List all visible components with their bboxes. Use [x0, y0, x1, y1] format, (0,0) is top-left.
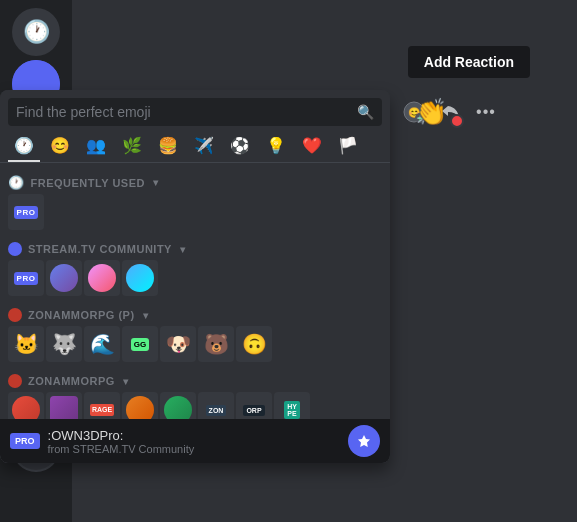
section-stream-tv-icon — [8, 242, 22, 256]
emoji-gg[interactable]: GG — [122, 326, 158, 362]
rage-badge: RAGE — [90, 404, 114, 416]
face-3-icon: 🙃 — [242, 332, 267, 356]
face-2-icon: 🐻 — [204, 332, 229, 356]
tooltip-star-icon — [356, 433, 372, 449]
tooltip-pro-badge: PRO — [10, 433, 40, 449]
section-zonammorpg-label: ZONAMMORPG — [28, 375, 115, 387]
section-frequently-used-chevron: ▾ — [153, 177, 159, 188]
cat-tab-flags[interactable]: 🏳️ — [332, 130, 364, 162]
emoji-pro-frequent[interactable]: PRO — [8, 194, 44, 230]
cat-tab-nature[interactable]: 🌿 — [116, 130, 148, 162]
zon-badge: ZON — [206, 405, 227, 416]
tooltip-source: from STREAM.TV Community — [48, 443, 195, 455]
stream-tv-row: PRO — [8, 260, 382, 296]
section-frequently-used-label: FREQUENTLY USED — [31, 177, 145, 189]
sidebar-item-clock[interactable]: 🕐 — [12, 8, 60, 56]
tooltip-text-wrap: :OWN3DPro: from STREAM.TV Community — [48, 428, 195, 455]
frequently-used-row: PRO — [8, 194, 382, 230]
cat-tab-travel[interactable]: ✈️ — [188, 130, 220, 162]
hy-badge: HYPE — [284, 401, 300, 419]
emoji-person-2[interactable] — [84, 260, 120, 296]
gg-badge: GG — [131, 338, 149, 351]
emoji-dog[interactable]: 🐶 — [160, 326, 196, 362]
emoji-face-1[interactable]: 🐱 — [8, 326, 44, 362]
section-zonammorpg-p-label: ZONAMMORPG (P) — [28, 309, 135, 321]
cat-tab-recent[interactable]: 🕐 — [8, 130, 40, 162]
search-icon: 🔍 — [357, 104, 374, 120]
section-stream-tv-chevron: ▾ — [180, 244, 186, 255]
pro-badge-frequent: PRO — [14, 206, 39, 219]
more-options-button[interactable]: ••• — [470, 94, 502, 130]
emoji-wolf[interactable]: 🐺 — [46, 326, 82, 362]
section-stream-tv-label: STREAM.TV COMMUNITY — [28, 243, 172, 255]
section-stream-tv[interactable]: STREAM.TV COMMUNITY ▾ — [8, 234, 382, 260]
add-reaction-button[interactable]: Add Reaction — [408, 46, 530, 78]
section-zonammorpg-p-chevron: ▾ — [143, 310, 149, 321]
svg-marker-6 — [358, 435, 370, 447]
tooltip-right-button[interactable] — [348, 425, 380, 457]
emoji-search-input[interactable] — [16, 104, 349, 120]
face-1-icon: 🐱 — [14, 332, 39, 356]
person-avatar-2 — [88, 264, 116, 292]
tooltip-emoji-name: :OWN3DPro: — [48, 428, 195, 443]
pro-badge-stream: PRO — [14, 272, 39, 285]
clap-emoji: 👏 — [415, 97, 447, 128]
emoji-pro-stream[interactable]: PRO — [8, 260, 44, 296]
emoji-face-3[interactable]: 🙃 — [236, 326, 272, 362]
cat-tab-food[interactable]: 🍔 — [152, 130, 184, 162]
search-input-wrapper[interactable]: 🔍 — [8, 98, 382, 126]
cat-tab-people[interactable]: 👥 — [80, 130, 112, 162]
emoji-picker: 🔍 🕐 😊 👥 🌿 🍔 ✈️ ⚽ 💡 ❤️ 🏳️ 🕐 FREQUENTLY US… — [0, 90, 390, 463]
wave-icon: 🌊 — [90, 332, 115, 356]
emoji-face-2[interactable]: 🐻 — [198, 326, 234, 362]
emoji-person-3[interactable] — [122, 260, 158, 296]
cat-tab-objects[interactable]: 💡 — [260, 130, 292, 162]
emoji-search-bar: 🔍 — [0, 90, 390, 130]
orp-badge: ORP — [243, 405, 264, 416]
dog-icon: 🐶 — [166, 332, 191, 356]
emoji-wave[interactable]: 🌊 — [84, 326, 120, 362]
section-zonammorpg-icon — [8, 374, 22, 388]
cat-tab-symbols[interactable]: ❤️ — [296, 130, 328, 162]
section-zonammorpg-p[interactable]: ZONAMMORPG (P) ▾ — [8, 300, 382, 326]
cat-tab-activities[interactable]: ⚽ — [224, 130, 256, 162]
emoji-category-tabs: 🕐 😊 👥 🌿 🍔 ✈️ ⚽ 💡 ❤️ 🏳️ — [0, 130, 390, 163]
person-avatar-3 — [126, 264, 154, 292]
emoji-tooltip: PRO :OWN3DPro: from STREAM.TV Community — [0, 419, 390, 463]
zonammorpg-p-row: 🐱 🐺 🌊 GG 🐶 🐻 🙃 — [8, 326, 382, 362]
cat-tab-smileys[interactable]: 😊 — [44, 130, 76, 162]
section-frequently-used[interactable]: 🕐 FREQUENTLY USED ▾ — [8, 167, 382, 194]
person-avatar-1 — [50, 264, 78, 292]
more-options-icon: ••• — [476, 103, 496, 121]
emoji-scroll-area[interactable]: 🕐 FREQUENTLY USED ▾ PRO STREAM.TV COMMUN… — [0, 163, 390, 463]
section-zonammorpg[interactable]: ZONAMMORPG ▾ — [8, 366, 382, 392]
section-zonammorpg-p-icon — [8, 308, 22, 322]
wolf-icon: 🐺 — [52, 332, 77, 356]
section-clock-icon: 🕐 — [8, 175, 25, 190]
section-zonammorpg-chevron: ▾ — [123, 376, 129, 387]
message-toolbar: 😊 + ••• — [390, 90, 510, 134]
emoji-person-1[interactable] — [46, 260, 82, 296]
